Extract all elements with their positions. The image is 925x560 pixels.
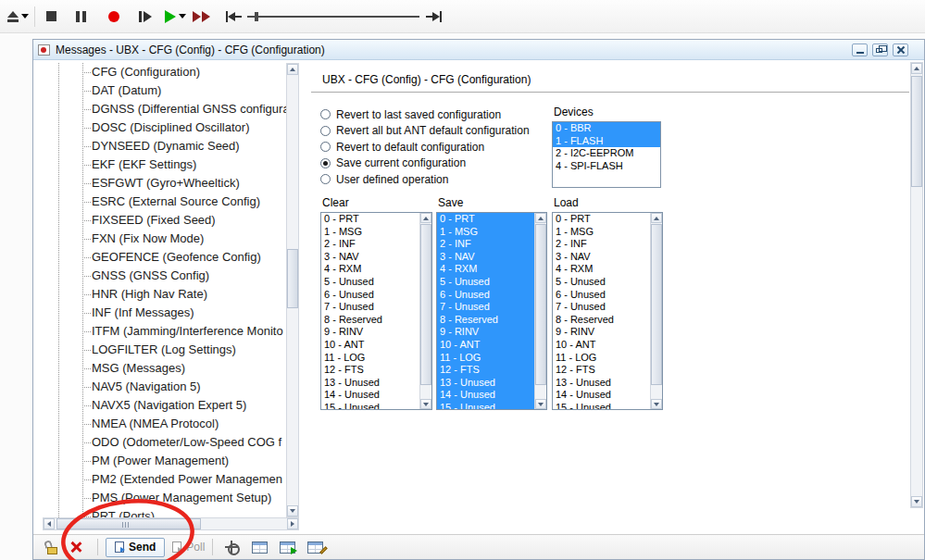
tree-item[interactable]: ODO (Odometer/Low-Speed COG f <box>43 433 286 452</box>
table-poll-button[interactable] <box>276 537 298 557</box>
close-button[interactable] <box>893 44 908 56</box>
load-list-item[interactable]: 15 - Unused <box>553 402 650 409</box>
save-list-item[interactable]: 12 - FTS <box>437 364 534 377</box>
clear-list-item[interactable]: 8 - Reserved <box>321 314 419 327</box>
load-list-item[interactable]: 6 - Unused <box>553 289 650 302</box>
scroll-down-arrow-icon[interactable] <box>420 399 431 409</box>
load-list-item[interactable]: 12 - FTS <box>553 364 650 377</box>
tree-item[interactable]: PM2 (Extended Power Managemen <box>43 470 286 489</box>
play-button[interactable] <box>165 5 186 29</box>
scroll-up-arrow-icon[interactable] <box>287 64 298 75</box>
clear-list-item[interactable]: 4 - RXM <box>321 263 419 276</box>
load-list-item[interactable]: 10 - ANT <box>553 339 650 352</box>
load-list-scrollbar[interactable] <box>650 213 662 409</box>
scrollbar-thumb[interactable] <box>420 224 431 385</box>
clear-list-scrollbar[interactable] <box>419 213 431 409</box>
tree-item[interactable]: PM (Power Management) <box>43 452 286 470</box>
radio-option[interactable]: Revert to default configuration <box>320 139 530 156</box>
scrollbar-thumb[interactable] <box>911 76 922 187</box>
scroll-down-arrow-icon[interactable] <box>651 399 662 409</box>
tree-item[interactable]: DYNSEED (Dynamic Seed) <box>43 137 286 156</box>
table-view-button[interactable] <box>248 537 270 557</box>
device-item[interactable]: 1 - FLASH <box>553 135 660 148</box>
radio-option[interactable]: User defined operation <box>320 171 530 188</box>
fast-forward-button[interactable] <box>192 5 212 29</box>
scroll-up-arrow-icon[interactable] <box>911 63 922 74</box>
tree-item[interactable]: CFG (Configuration) <box>43 63 286 81</box>
load-list-item[interactable]: 14 - Unused <box>553 389 650 402</box>
save-list-item[interactable]: 6 - Unused <box>437 289 534 302</box>
tree-item[interactable]: PRT (Ports) <box>43 507 286 517</box>
lock-open-button[interactable] <box>46 541 58 554</box>
load-list-item[interactable]: 0 - PRT <box>553 213 650 226</box>
tree-item[interactable]: NAVX5 (Navigation Expert 5) <box>43 396 286 415</box>
skip-to-end-button[interactable] <box>423 5 444 29</box>
tree-item[interactable]: FXN (Fix Now Mode) <box>43 230 286 248</box>
radio-option[interactable]: Save current configuration <box>320 156 530 172</box>
clear-list-item[interactable]: 1 - MSG <box>321 226 419 239</box>
settings-button[interactable] <box>220 537 243 557</box>
clear-list-item[interactable]: 6 - Unused <box>321 289 419 302</box>
restore-button[interactable] <box>872 44 888 56</box>
clear-list-item[interactable]: 9 - RINV <box>321 326 419 339</box>
save-list-item[interactable]: 5 - Unused <box>437 276 534 289</box>
scroll-right-arrow-icon[interactable] <box>287 518 298 529</box>
clear-list-item[interactable]: 10 - ANT <box>321 339 419 352</box>
window-vertical-scrollbar[interactable] <box>910 62 923 508</box>
load-list-item[interactable]: 13 - Unused <box>553 377 650 390</box>
skip-to-start-button[interactable] <box>223 5 244 29</box>
clear-list-item[interactable]: 15 - Unused <box>321 402 419 409</box>
tree-item[interactable]: FIXSEED (Fixed Seed) <box>43 211 286 230</box>
tree-item[interactable]: NMEA (NMEA Protocol) <box>43 415 286 433</box>
save-list-item[interactable]: 11 - LOG <box>437 352 534 365</box>
scroll-down-arrow-icon[interactable] <box>287 505 298 516</box>
clear-list-item[interactable]: 2 - INF <box>321 238 419 251</box>
tree-item[interactable]: GNSS (GNSS Config) <box>43 267 286 285</box>
tree-vertical-scrollbar[interactable] <box>286 63 299 517</box>
save-list-item[interactable]: 7 - Unused <box>437 301 534 314</box>
save-list-item[interactable]: 10 - ANT <box>437 339 534 352</box>
tree-item[interactable]: DGNSS (Differential GNSS configura <box>43 100 286 118</box>
eject-button[interactable] <box>7 5 29 29</box>
save-list-item[interactable]: 14 - Unused <box>437 389 534 402</box>
tree-item[interactable]: INF (Inf Messages) <box>43 304 286 322</box>
load-list-item[interactable]: 5 - Unused <box>553 276 650 289</box>
tree-item[interactable]: HNR (High Nav Rate) <box>43 285 286 304</box>
load-list-item[interactable]: 9 - RINV <box>553 326 650 339</box>
scrollbar-thumb[interactable] <box>287 249 298 308</box>
delete-x-button[interactable] <box>69 541 82 554</box>
pause-button[interactable] <box>70 5 91 29</box>
device-item[interactable]: 0 - BBR <box>553 122 660 135</box>
save-list-item[interactable]: 13 - Unused <box>437 377 534 390</box>
load-list-item[interactable]: 4 - RXM <box>553 263 650 276</box>
scrollbar-thumb[interactable] <box>535 224 546 385</box>
save-list-item[interactable]: 4 - RXM <box>437 263 534 276</box>
clear-list-item[interactable]: 14 - Unused <box>321 389 419 402</box>
load-list-item[interactable]: 1 - MSG <box>553 226 650 239</box>
tree-item[interactable]: LOGFILTER (Log Settings) <box>43 341 286 359</box>
save-list-item[interactable]: 0 - PRT <box>437 213 534 226</box>
tree-item[interactable]: DOSC (Disciplined Oscillator) <box>43 118 286 137</box>
minimize-button[interactable] <box>852 44 868 56</box>
save-list-item[interactable]: 2 - INF <box>437 238 534 251</box>
tree-item[interactable]: DAT (Datum) <box>43 81 286 100</box>
save-list-item[interactable]: 3 - NAV <box>437 251 534 264</box>
clear-list-item[interactable]: 3 - NAV <box>321 251 419 264</box>
poll-button[interactable]: Poll <box>172 541 205 554</box>
load-list-item[interactable]: 3 - NAV <box>553 251 650 264</box>
save-list-item[interactable]: 15 - Unused <box>437 402 534 409</box>
scroll-up-arrow-icon[interactable] <box>420 213 431 223</box>
clear-list-item[interactable]: 12 - FTS <box>321 364 419 377</box>
record-button[interactable] <box>104 5 124 29</box>
radio-option[interactable]: Revert all but ANT default configuration <box>320 123 530 140</box>
scroll-down-arrow-icon[interactable] <box>911 496 922 507</box>
save-list-item[interactable]: 9 - RINV <box>437 326 534 339</box>
table-edit-button[interactable] <box>304 537 326 557</box>
tree-item[interactable]: GEOFENCE (Geofence Config) <box>43 248 286 267</box>
scroll-up-arrow-icon[interactable] <box>535 213 546 223</box>
slider-thumb[interactable] <box>255 12 258 21</box>
radio-option[interactable]: Revert to last saved configuration <box>320 106 530 123</box>
clear-list-item[interactable]: 11 - LOG <box>321 352 419 365</box>
clear-list-item[interactable]: 7 - Unused <box>321 301 419 314</box>
save-list-scrollbar[interactable] <box>534 213 546 409</box>
